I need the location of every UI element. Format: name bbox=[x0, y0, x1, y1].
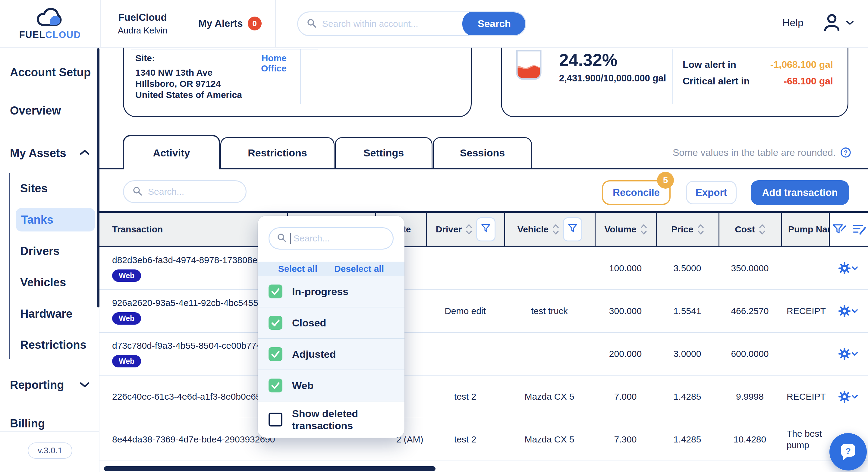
user-name: Audra Kelvin bbox=[118, 26, 167, 36]
row-actions-menu[interactable] bbox=[838, 390, 859, 403]
column-header-vehicle: Vehicle bbox=[504, 213, 595, 246]
filter-option-adjusted[interactable]: Adjusted bbox=[258, 339, 404, 370]
global-search-button[interactable]: Search bbox=[462, 11, 526, 36]
option-label: Closed bbox=[292, 317, 326, 329]
sidebar-item-tanks[interactable]: Tanks bbox=[16, 208, 95, 231]
sidebar-item-account-setup[interactable]: Account Setup bbox=[10, 65, 91, 80]
option-label: In-progress bbox=[292, 286, 348, 297]
horizontal-scrollbar[interactable] bbox=[104, 466, 435, 471]
checkbox-unchecked[interactable] bbox=[269, 413, 282, 427]
tab-settings[interactable]: Settings bbox=[335, 137, 433, 168]
sidebar-item-hardware[interactable]: Hardware bbox=[20, 307, 72, 321]
sidebar-item-my-assets[interactable]: My Assets bbox=[10, 146, 66, 160]
sort-arrows-icon bbox=[758, 223, 766, 236]
edit-columns-icon[interactable] bbox=[852, 223, 867, 236]
card-divider bbox=[131, 49, 318, 50]
sort-driver[interactable] bbox=[465, 223, 472, 236]
tab-restrictions[interactable]: Restrictions bbox=[220, 137, 335, 168]
critical-alert-value: -68.100 gal bbox=[784, 76, 833, 87]
table-search-input[interactable] bbox=[148, 187, 232, 197]
table-row[interactable]: d73c780d-f9a3-4b55-8504-ce00b7746fWeb 20… bbox=[99, 333, 868, 376]
sort-volume[interactable] bbox=[640, 223, 647, 236]
sidebar-scrollbar[interactable] bbox=[97, 48, 99, 308]
table-header-row: Transaction Type Date Driver Vehicle Vol… bbox=[99, 211, 868, 247]
sort-vehicle[interactable] bbox=[552, 223, 559, 236]
cell-driver: Demo edit bbox=[426, 290, 504, 332]
low-alert-label: Low alert in bbox=[683, 59, 736, 70]
deselect-all-link[interactable]: Deselect all bbox=[334, 264, 384, 274]
add-transaction-button[interactable]: Add transaction bbox=[751, 180, 849, 205]
critical-alert-label: Critical alert in bbox=[683, 76, 749, 87]
sidebar-item-drivers[interactable]: Drivers bbox=[20, 244, 60, 258]
table-row[interactable]: d82d3eb6-fa3d-4974-8978-173808ed9aWeb 10… bbox=[99, 247, 868, 290]
table-row[interactable]: 226c40ec-61c3-4e6d-a1f3-8e0b0e65035 test… bbox=[99, 376, 868, 418]
site-name-link[interactable]: Home Office bbox=[243, 53, 287, 73]
sidebar-item-vehicles[interactable]: Vehicles bbox=[20, 275, 66, 290]
tank-level-icon bbox=[515, 50, 543, 81]
transaction-id: 8e44da38-7369-4d7e-bde4-2903932690 bbox=[112, 434, 275, 445]
chevron-up-icon[interactable] bbox=[80, 150, 90, 156]
column-label: Vehicle bbox=[518, 224, 549, 234]
cell-pump: RECEIPT bbox=[781, 376, 829, 418]
search-icon bbox=[307, 18, 317, 28]
sidebar-item-reporting[interactable]: Reporting bbox=[10, 378, 64, 392]
user-menu[interactable] bbox=[824, 13, 854, 32]
tank-percent: 24.32% bbox=[559, 50, 617, 70]
filter-option-web[interactable]: Web bbox=[258, 370, 404, 402]
tab-activity[interactable]: Activity bbox=[123, 135, 220, 169]
filter-option-closed[interactable]: Closed bbox=[258, 308, 404, 339]
table-row[interactable]: 8e44da38-7369-4d7e-bde4-2903932690 2 (AM… bbox=[99, 418, 868, 461]
select-all-link[interactable]: Select all bbox=[278, 264, 317, 274]
checkbox-checked[interactable] bbox=[269, 347, 282, 361]
option-label: Adjusted bbox=[292, 348, 336, 360]
transaction-id: 926a2620-93a5-4e11-92cb-4bc5455735 bbox=[112, 298, 273, 308]
column-header-pump-name[interactable]: Pump Name bbox=[781, 213, 829, 246]
support-chat-button[interactable]: ? bbox=[830, 433, 867, 471]
sidebar-item-restrictions[interactable]: Restrictions bbox=[20, 338, 87, 352]
help-link[interactable]: Help bbox=[782, 17, 804, 29]
cell-price: 3.5000 bbox=[656, 247, 718, 289]
global-search-input[interactable] bbox=[322, 19, 443, 29]
sidebar-item-overview[interactable]: Overview bbox=[10, 103, 61, 118]
rounding-note: Some values in the table are rounded. ? bbox=[673, 147, 851, 158]
my-alerts-label: My Alerts bbox=[198, 18, 243, 29]
filter-search-input[interactable] bbox=[293, 233, 375, 244]
sort-cost[interactable] bbox=[758, 223, 766, 236]
chevron-down-icon[interactable] bbox=[80, 382, 90, 388]
checkbox-checked[interactable] bbox=[269, 379, 282, 392]
row-actions-menu[interactable] bbox=[838, 262, 859, 275]
checkbox-checked[interactable] bbox=[269, 285, 282, 298]
row-actions-menu[interactable] bbox=[838, 305, 859, 318]
my-alerts-button[interactable]: My Alerts 0 bbox=[185, 0, 275, 47]
checkbox-checked[interactable] bbox=[269, 316, 282, 330]
clear-filters-icon[interactable] bbox=[832, 223, 846, 236]
sidebar-item-billing[interactable]: Billing bbox=[10, 416, 45, 431]
select-controls: Select all Deselect all bbox=[258, 262, 404, 276]
low-alert-value: -1,068.100 gal bbox=[770, 59, 833, 70]
account-switcher[interactable]: FuelCloud Audra Kelvin bbox=[100, 0, 185, 47]
type-filter-dropdown: Select all Deselect all In-progress Clos… bbox=[258, 216, 404, 438]
filter-funnel-icon bbox=[480, 223, 491, 233]
tab-sessions[interactable]: Sessions bbox=[433, 137, 532, 168]
card-divider bbox=[300, 50, 301, 104]
filter-option-in-progress[interactable]: In-progress bbox=[258, 276, 404, 308]
show-deleted-option[interactable]: Show deleted transactions bbox=[258, 402, 404, 438]
sidebar-item-sites[interactable]: Sites bbox=[20, 181, 48, 196]
column-header-driver: Driver bbox=[426, 213, 504, 246]
row-actions-menu[interactable] bbox=[838, 347, 859, 360]
cell-pump bbox=[781, 247, 829, 289]
filter-vehicle-button[interactable] bbox=[563, 217, 582, 242]
cell-volume: 7.000 bbox=[595, 376, 656, 418]
source-badge: Web bbox=[112, 312, 141, 325]
cell-pump: The best pump bbox=[781, 418, 829, 461]
table-row[interactable]: 926a2620-93a5-4e11-92cb-4bc5455735Web De… bbox=[99, 290, 868, 333]
sort-arrows-icon bbox=[552, 223, 559, 236]
cell-price: 1.4285 bbox=[656, 376, 718, 418]
source-badge: Web bbox=[112, 355, 141, 368]
check-icon bbox=[269, 379, 282, 392]
site-card: Site: Home Office 1340 NW 13th Ave HIlls… bbox=[123, 48, 472, 117]
filter-driver-button[interactable] bbox=[476, 217, 495, 242]
sort-price[interactable] bbox=[697, 223, 704, 236]
help-circle-icon[interactable]: ? bbox=[840, 147, 851, 158]
export-button[interactable]: Export bbox=[686, 181, 737, 204]
